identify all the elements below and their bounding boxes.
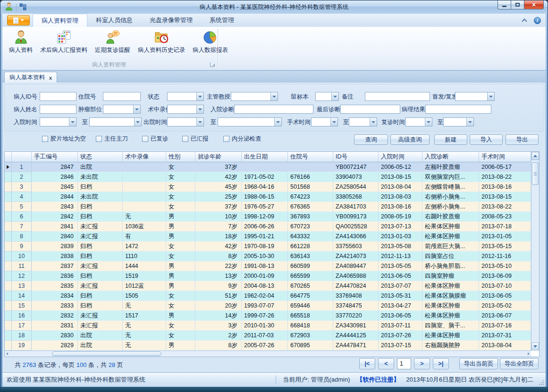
export-button[interactable]: 导出 [506, 134, 539, 145]
table-row[interactable]: 22846未出院女42岁1971-05-02676166339040732013… [5, 172, 539, 182]
admission_diag-input[interactable] [234, 105, 313, 114]
registration-link[interactable]: 【软件已注册】 [357, 373, 400, 387]
dropdown-button[interactable] [196, 105, 203, 113]
chief_professor-select[interactable] [231, 92, 278, 101]
maximize-button[interactable] [511, 0, 524, 9]
table-row[interactable]: 52843归档女37岁1976-05-27676365ZA38417032013… [5, 202, 539, 212]
remark-input[interactable] [365, 92, 430, 101]
dropdown-button[interactable] [196, 118, 203, 126]
table-row[interactable]: 142834归档1505女51岁1962-02-0466477533769408… [5, 291, 539, 301]
table-row[interactable]: 92839归档1472女42岁1970-08-19661228337556032… [5, 242, 539, 251]
to-select[interactable] [443, 117, 474, 126]
table-row[interactable]: 102838归档1110女8岁2005-10-30636143ZA4214073… [5, 251, 539, 261]
dropdown-button[interactable] [330, 118, 337, 126]
discharge_time-select[interactable] [167, 117, 204, 126]
dropdown-button[interactable] [270, 92, 278, 100]
patient-report-chart-button[interactable]: 病人数据报表 [189, 28, 232, 61]
search-button[interactable]: 查询 [354, 134, 388, 145]
arrow-left-icon[interactable] [6, 352, 8, 355]
inpatient_no-input[interactable] [103, 92, 141, 101]
vertical-scroll-thumb[interactable] [532, 162, 539, 185]
table-row[interactable]: 42844未出院女25岁1988-06-15674223338052682013… [5, 192, 539, 202]
column-header[interactable]: 出生日期 [242, 152, 288, 162]
column-header[interactable]: 手工编号 [32, 152, 78, 162]
horizontal-scroll-thumb[interactable] [52, 351, 161, 356]
horizontal-scrollbar[interactable] [5, 350, 531, 357]
ribbon-tab-department-staff-info[interactable]: 科室人员信息 [87, 14, 141, 27]
specimen-select[interactable] [315, 92, 339, 101]
table-row[interactable]: 62842归档无男10岁1998-12-09367893YB0099173200… [5, 212, 539, 222]
minimize-button[interactable] [497, 0, 511, 9]
surgery_time-select[interactable] [311, 117, 338, 126]
dropdown-button[interactable] [487, 92, 494, 100]
postop-report-button[interactable]: 术后病人汇报资料 [36, 28, 91, 61]
dropdown-button[interactable] [196, 92, 203, 100]
pagination-last-button[interactable]: >| [433, 358, 449, 369]
dialog-launcher-icon[interactable] [210, 62, 215, 67]
table-row[interactable]: 122836归档1519男13岁2000-01-09665599ZA406598… [5, 271, 539, 281]
followup-reminder-button[interactable]: 近期复诊提醒 [91, 28, 134, 61]
export-current-page-button[interactable]: 导出当前页 [459, 358, 498, 369]
table-row[interactable]: 12847出院女37岁YB00721472006-05-12左额叶胶质瘤2006… [5, 162, 539, 172]
admission_time-select[interactable] [40, 117, 76, 126]
table-row[interactable]: 112837未汇报1444男22岁1991-08-13660599ZA40894… [5, 261, 539, 271]
pagination-next-button[interactable]: > [414, 358, 430, 369]
dropdown-button[interactable] [69, 118, 76, 126]
dropdown-button[interactable] [466, 118, 473, 126]
table-row[interactable]: 82840未汇报有男18岁1995-01-21643332ZA414306620… [5, 232, 539, 242]
table-row[interactable]: 172831未汇报无女3岁2010-01-30668418ZA343098120… [5, 321, 539, 331]
tumor_site-select[interactable] [103, 105, 141, 114]
arrow-right-icon[interactable] [528, 352, 530, 355]
close-button[interactable]: × [524, 0, 544, 9]
table-row[interactable]: 72841未汇报1036蓝男7岁2006-06-26670723QA002552… [5, 222, 539, 232]
film-address-empty-checkbox[interactable] [42, 136, 48, 142]
pagination-first-button[interactable]: |< [359, 358, 375, 369]
scroll-down-button[interactable] [531, 342, 539, 350]
to-select[interactable] [89, 117, 142, 126]
pagination-prev-button[interactable]: < [378, 358, 394, 369]
status-select[interactable] [167, 92, 204, 101]
dropdown-button[interactable] [425, 118, 432, 126]
dropdown-button[interactable] [134, 118, 141, 126]
ribbon-tab-disc-tape-management[interactable]: 光盘录像带管理 [141, 14, 201, 27]
ribbon-collapse-icon[interactable] [522, 18, 527, 24]
table-row[interactable]: 182830出院无女2岁2011-07-03672903ZA4444125201… [5, 331, 539, 341]
close-tab-icon[interactable]: x [49, 75, 52, 81]
dropdown-button[interactable] [331, 92, 338, 100]
ribbon-tab-system-management[interactable]: 系统管理 [201, 14, 243, 27]
patient-info-button[interactable]: 病人资料 [5, 28, 36, 61]
advanced-search-button[interactable]: 高级查询 [390, 134, 430, 145]
first_recur-select[interactable] [455, 92, 495, 101]
table-row[interactable]: 32845归档女45岁1968-04-16501568ZA25805442013… [5, 182, 539, 192]
import-button[interactable]: 导入 [470, 134, 503, 145]
to-select[interactable] [349, 117, 377, 126]
vertical-scrollbar[interactable] [531, 152, 539, 350]
dropdown-button[interactable] [370, 118, 377, 126]
info-icon[interactable]: i [534, 17, 541, 24]
scroll-up-button[interactable] [531, 152, 539, 160]
table-row[interactable]: 152833归档无女20岁1993-07-0765944633748475201… [5, 301, 539, 311]
column-header[interactable]: 性别 [166, 152, 195, 162]
endocrine-exam-checkbox[interactable] [223, 136, 229, 142]
table-row[interactable]: 162832未汇报1517男14岁1999-07-266655183377022… [5, 311, 539, 321]
final_diag-input[interactable] [340, 105, 400, 114]
followed-up-checkbox[interactable] [142, 136, 148, 142]
new-button[interactable]: 新建 [434, 134, 467, 145]
table-row[interactable]: 192829出院无男8岁2005-07-26670895ZA4478471201… [5, 341, 539, 350]
column-header[interactable]: 入院时间 [379, 152, 422, 162]
patient_name-input[interactable] [40, 105, 76, 114]
pathology-input[interactable] [425, 105, 491, 114]
tab-patient-basic-info[interactable]: 病人基本资料 x [4, 72, 57, 83]
patient_id-input[interactable] [40, 92, 76, 101]
reported-checkbox[interactable] [182, 136, 188, 142]
intraop_video-select[interactable] [167, 105, 204, 114]
page-number-input[interactable] [397, 358, 411, 369]
column-header[interactable]: 住院号 [288, 152, 333, 162]
table-row[interactable]: 132835未汇报1012蓝男9岁2004-08-13670265ZA44708… [5, 281, 539, 291]
column-header[interactable]: ID号 [333, 152, 379, 162]
application-menu-button[interactable] [7, 15, 30, 25]
resize-grip[interactable] [539, 380, 544, 385]
column-header[interactable]: 手术时间 [479, 152, 531, 162]
to-select[interactable] [218, 117, 282, 126]
ribbon-tab-patient-data-management[interactable]: 病人资料管理 [33, 14, 87, 27]
